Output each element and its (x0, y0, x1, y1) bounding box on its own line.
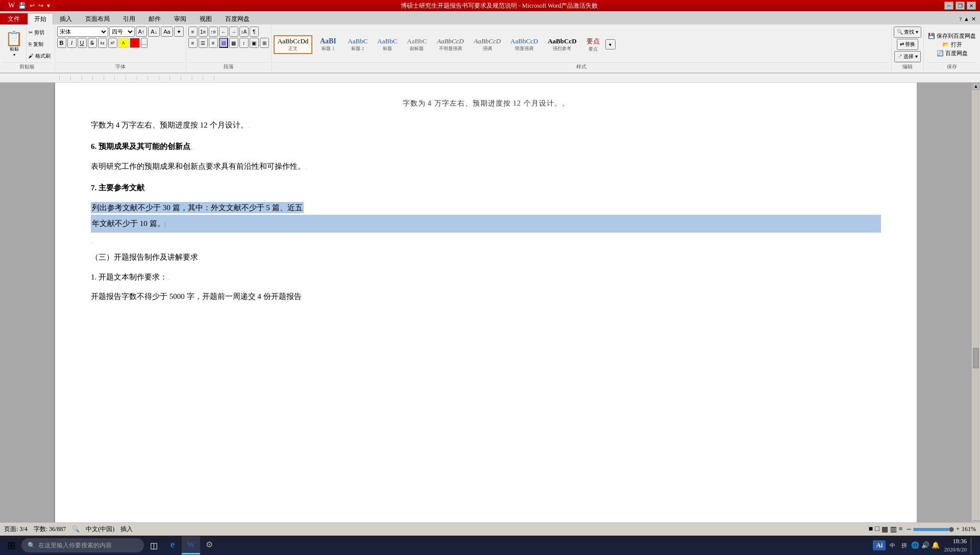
document-page[interactable]: 字数为 4 万字左右、预期进度按 12 个月设计。。 字数为 4 万字左右、预期… (55, 83, 917, 527)
style-quote[interactable]: 要点 要点 (582, 35, 604, 55)
ribbon-collapse-btn[interactable]: ▲ (964, 16, 969, 22)
task-view-btn[interactable]: ◫ (145, 537, 162, 554)
more-styles-btn[interactable]: ▾ (605, 39, 616, 49)
word-count-indicator[interactable]: 字数: 36/887 (34, 525, 66, 534)
save-baidu-btn[interactable]: 💾 保存到百度网盘 (928, 32, 976, 40)
columns-btn[interactable]: ▦ (229, 38, 238, 48)
bullets-btn[interactable]: ≡ (188, 27, 198, 37)
language-tray[interactable]: 中 (888, 541, 897, 550)
bold-btn[interactable]: B (57, 38, 66, 48)
style-intense-emphasis[interactable]: AaBbCcD 明显强调 (506, 35, 542, 54)
cut-button[interactable]: ✂ 剪切 (29, 29, 51, 36)
save-quick-btn[interactable]: 💾 (17, 2, 27, 10)
tab-references[interactable]: 引用 (116, 13, 142, 24)
decrease-indent-btn[interactable]: ← (219, 27, 228, 37)
replace-btn[interactable]: ⇄ 替换 (897, 39, 919, 50)
word-app-btn[interactable]: W (182, 536, 200, 554)
tab-home[interactable]: 开始 (28, 13, 53, 25)
page-indicator[interactable]: 页面: 3/4 (4, 525, 28, 534)
paste-button[interactable]: 📋 粘贴 ▾ (2, 27, 27, 62)
show-desktop-btn[interactable] (971, 537, 974, 553)
sound-icon[interactable]: 🔊 (921, 541, 929, 549)
font-color-btn[interactable]: A (130, 38, 140, 48)
ai-badge[interactable]: Ai (873, 540, 886, 550)
more-font-btn[interactable]: ... (141, 38, 148, 48)
scroll-up-btn[interactable]: ▲ (972, 83, 979, 90)
tab-insert[interactable]: 插入 (53, 13, 79, 24)
font-size-select[interactable]: 四号 (109, 27, 135, 37)
increase-indent-btn[interactable]: → (229, 27, 238, 37)
app-close-btn[interactable]: ✕ (971, 16, 976, 22)
highlight-color-btn[interactable]: A (118, 38, 129, 48)
zoom-in-btn[interactable]: + (956, 525, 960, 533)
spell-check-icon[interactable]: 🔍 (72, 525, 80, 533)
undo-btn[interactable]: ↩ (29, 2, 36, 10)
tab-file[interactable]: 文件 (0, 13, 28, 24)
zoom-level[interactable]: 161% (962, 525, 976, 533)
language-indicator[interactable]: 中文(中国) (86, 525, 114, 534)
zoom-thumb[interactable] (949, 527, 954, 532)
select-btn[interactable]: ↗ 选择 ▾ (894, 51, 921, 62)
style-normal[interactable]: AaBbCcDd 正文 (274, 35, 313, 54)
tab-page-layout[interactable]: 页面布局 (79, 13, 116, 24)
insert-mode-indicator[interactable]: 插入 (120, 525, 133, 534)
draft-view-btn[interactable]: ≡ (899, 525, 903, 534)
align-right-btn[interactable]: ≡ (209, 38, 218, 48)
find-btn[interactable]: 🔍 查找 ▾ (894, 27, 922, 38)
style-emphasis[interactable]: AaBbCcD 强调 (470, 35, 505, 54)
start-button[interactable]: ⊞ (2, 537, 20, 554)
zoom-slider[interactable] (913, 528, 954, 531)
subscript-btn[interactable]: x₂ (98, 38, 107, 48)
web-view-btn[interactable]: ▦ (881, 525, 888, 534)
style-heading2[interactable]: AaBbC 标题 2 (344, 35, 372, 54)
change-case-btn[interactable]: Aa (161, 27, 173, 37)
style-subtle-emphasis[interactable]: AaBbCcD 不明显强调 (432, 35, 468, 54)
show-marks-btn[interactable]: ¶ (250, 27, 259, 37)
font-family-select[interactable]: 宋体 (57, 27, 108, 37)
format-painter-button[interactable]: 🖌 格式刷 (29, 53, 51, 60)
notification-icon[interactable]: 🔔 (932, 541, 940, 549)
network-icon[interactable]: 🌐 (911, 541, 919, 549)
open-baidu-btn[interactable]: 📂 打开 (942, 41, 962, 48)
copy-button[interactable]: ⎘ 复制 (29, 41, 51, 48)
align-center-btn[interactable]: ☰ (199, 38, 208, 48)
numbering-btn[interactable]: 1≡ (199, 27, 208, 37)
style-strong[interactable]: AaBbCcD 强烈参考 (544, 35, 580, 54)
clock[interactable]: 18:36 2020/8/20 (942, 537, 969, 553)
redo-btn[interactable]: ↪ (37, 2, 44, 10)
underline-btn[interactable]: U (78, 38, 87, 48)
input-mode-tray[interactable]: 拼 (899, 541, 909, 550)
align-left-btn[interactable]: ≡ (188, 38, 198, 48)
scroll-thumb[interactable] (973, 348, 979, 368)
tab-baidu[interactable]: 百度网盘 (218, 13, 256, 24)
baidu-convert-btn[interactable]: 🔄 百度网盘 (937, 49, 968, 57)
full-read-btn[interactable]: □ (875, 525, 879, 534)
restore-btn[interactable]: ❐ (955, 2, 965, 10)
customize-quick-access[interactable]: ▾ (46, 2, 51, 10)
outline-view-btn[interactable]: ▥ (890, 525, 897, 534)
tab-review[interactable]: 审阅 (167, 13, 193, 24)
shading-btn[interactable]: ▣ (250, 38, 259, 48)
style-subtitle[interactable]: AaBbC 副标题 (403, 35, 431, 54)
style-heading[interactable]: AaBbC 标题 (373, 35, 401, 54)
minimize-btn[interactable]: ─ (944, 2, 953, 10)
border-btn[interactable]: ⊞ (260, 38, 269, 48)
multilevel-btn[interactable]: ↑≡ (209, 27, 218, 37)
clear-format-btn[interactable]: ✦ (174, 27, 184, 37)
edge-app-btn[interactable]: e (163, 536, 182, 554)
strikethrough-btn[interactable]: S̶ (88, 38, 97, 48)
other-app-btn[interactable]: ⚙ (200, 536, 218, 554)
style-heading1[interactable]: AaBI 标题 1 (314, 35, 342, 54)
font-shrink-btn[interactable]: A↓ (148, 27, 160, 37)
italic-btn[interactable]: I (67, 38, 77, 48)
superscript-btn[interactable]: x² (108, 38, 117, 48)
font-grow-btn[interactable]: A↑ (136, 27, 148, 37)
line-spacing-btn[interactable]: ↕ (239, 38, 249, 48)
sort-btn[interactable]: ↕A (239, 27, 249, 37)
tab-view[interactable]: 视图 (193, 13, 218, 24)
tab-mailings[interactable]: 邮件 (142, 13, 167, 24)
justify-btn[interactable]: ⊟ (219, 38, 228, 48)
close-btn[interactable]: ✕ (967, 2, 976, 10)
para-7-highlighted[interactable]: 列出参考文献不少于 30 篇，其中：外文文献不少于 5 篇、近五 年文献不少于 … (91, 200, 881, 233)
taskbar-search[interactable]: 🔍 在这里输入你要搜索的内容 (21, 538, 144, 552)
